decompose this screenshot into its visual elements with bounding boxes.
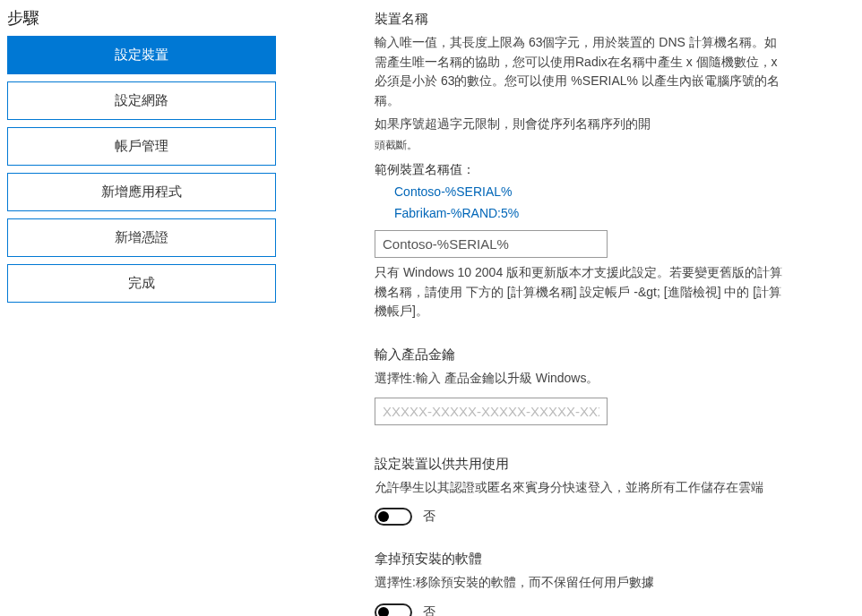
product-key-input[interactable]: [375, 398, 608, 425]
shared-use-title: 設定裝置以供共用使用: [375, 456, 787, 473]
sidebar: 步驟 設定裝置 設定網路 帳戶管理 新增應用程式 新增憑證 完成: [7, 7, 276, 616]
shared-use-toggle-label: 否: [423, 509, 435, 525]
device-name-title: 裝置名稱: [375, 11, 787, 28]
step-finish[interactable]: 完成: [7, 264, 276, 303]
device-name-desc3: 頭截斷。: [375, 137, 787, 153]
device-name-input[interactable]: [375, 230, 608, 258]
remove-preinstalled-toggle[interactable]: [375, 603, 412, 616]
product-key-desc: 選擇性:輸入 產品金鑰以升級 Windows。: [375, 369, 787, 389]
device-name-note: 只有 Windows 10 2004 版和更新版本才支援此設定。若要變更舊版的計…: [375, 263, 787, 321]
device-name-example1[interactable]: Contoso-%SERIAL%: [394, 182, 787, 203]
step-add-apps[interactable]: 新增應用程式: [7, 173, 276, 211]
shared-use-toggle-row: 否: [375, 508, 787, 526]
remove-preinstalled-desc: 選擇性:移除預安裝的軟體，而不保留任何用戶數據: [375, 573, 787, 593]
toggle-knob-icon: [378, 607, 389, 616]
device-name-desc1: 輸入唯一值，其長度上限為 63個字元，用於裝置的 DNS 計算機名稱。如需產生唯…: [375, 33, 787, 111]
device-name-example2[interactable]: Fabrikam-%RAND:5%: [394, 203, 787, 225]
remove-preinstalled-title: 拿掉預安裝的軟體: [375, 551, 787, 568]
toggle-knob-icon: [378, 511, 389, 522]
shared-use-desc: 允許學生以其認證或匿名來賓身分快速登入，並將所有工作儲存在雲端: [375, 478, 787, 498]
remove-preinstalled-section: 拿掉預安裝的軟體 選擇性:移除預安裝的軟體，而不保留任何用戶數據 否: [375, 551, 787, 616]
step-setup-device[interactable]: 設定裝置: [7, 36, 276, 74]
step-account-management[interactable]: 帳戶管理: [7, 127, 276, 166]
sidebar-title: 步驟: [7, 7, 276, 29]
shared-use-section: 設定裝置以供共用使用 允許學生以其認證或匿名來賓身分快速登入，並將所有工作儲存在…: [375, 456, 787, 526]
step-setup-network[interactable]: 設定網路: [7, 81, 276, 120]
device-name-example-label: 範例裝置名稱值：: [375, 162, 787, 178]
device-name-desc2: 如果序號超過字元限制，則會從序列名稱序列的開: [375, 115, 787, 134]
product-key-title: 輸入產品金鑰: [375, 346, 787, 364]
step-add-certificates[interactable]: 新增憑證: [7, 218, 276, 257]
shared-use-toggle[interactable]: [375, 508, 412, 526]
product-key-section: 輸入產品金鑰 選擇性:輸入 產品金鑰以升級 Windows。: [375, 346, 787, 431]
main-content: 裝置名稱 輸入唯一值，其長度上限為 63個字元，用於裝置的 DNS 計算機名稱。…: [375, 7, 787, 616]
remove-preinstalled-toggle-row: 否: [375, 603, 787, 616]
device-name-section: 裝置名稱 輸入唯一值，其長度上限為 63個字元，用於裝置的 DNS 計算機名稱。…: [375, 11, 787, 321]
remove-preinstalled-toggle-label: 否: [423, 604, 435, 616]
